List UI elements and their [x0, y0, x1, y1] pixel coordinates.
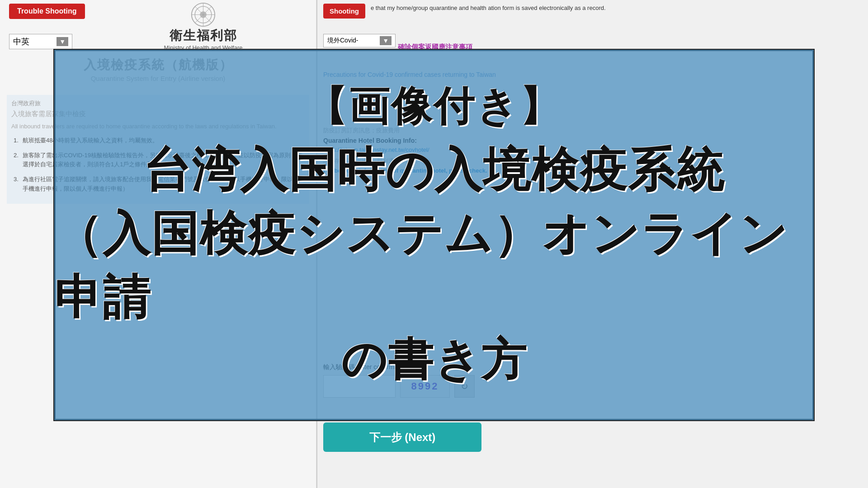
overlay: 【画像付き】 台湾入国時の入境検疫系統 （入国検疫システム）オンライン申請 の書…: [54, 50, 814, 420]
overlay-line3: （入国検疫システム）オンライン申請: [54, 202, 814, 330]
language-selector-right[interactable]: 境外Covid- ▼: [323, 34, 396, 47]
ministry-name-zh: 衛生福利部: [170, 27, 237, 44]
ministry-logo-area: 衛生福利部 Ministry of Health and Welfare: [90, 0, 316, 51]
language-selector-left[interactable]: 中英 ▼: [9, 34, 72, 49]
next-button[interactable]: 下一步 (Next): [323, 422, 481, 452]
language-selector-label-right: 境外Covid-: [327, 37, 358, 45]
language-dropdown-arrow-left[interactable]: ▼: [57, 37, 68, 46]
trouble-shooting-button-right[interactable]: Shooting: [323, 4, 365, 19]
language-dropdown-arrow-right[interactable]: ▼: [380, 36, 392, 45]
list-item-num-2: 2.: [14, 151, 19, 160]
language-selector-label-left: 中英: [13, 36, 29, 47]
ministry-emblem-icon: [191, 2, 216, 27]
overlay-line2: 台湾入国時の入境検疫系統: [143, 139, 725, 202]
overlay-line1: 【画像付き】: [306, 79, 562, 134]
list-item-num-1: 1.: [14, 136, 19, 145]
right-top-text: e that my home/group quarantine and heal…: [371, 4, 861, 13]
trouble-shooting-button-left[interactable]: Trouble Shooting: [9, 4, 85, 19]
list-item-num-3: 3.: [14, 175, 19, 184]
overlay-line4: の書き方: [341, 330, 527, 391]
